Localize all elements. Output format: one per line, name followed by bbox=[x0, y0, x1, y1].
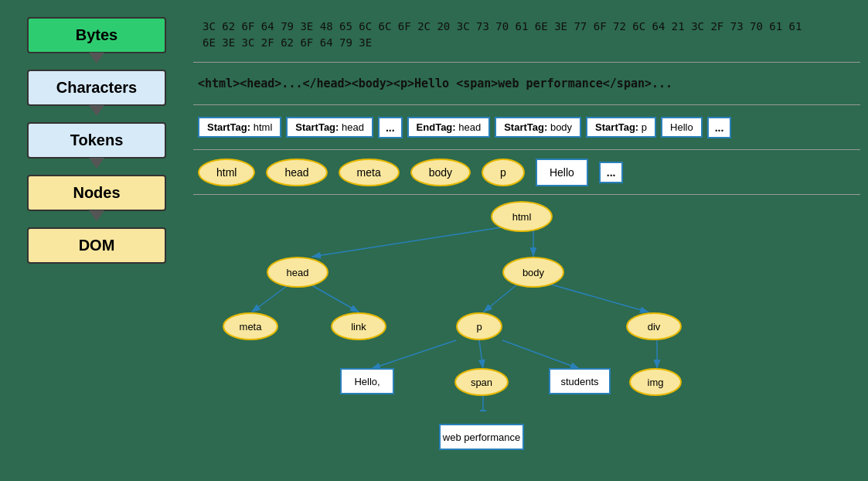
bytes-line1: 3C 62 6F 64 79 3E 48 65 6C 6C 6F 2C 20 3… bbox=[203, 19, 802, 35]
svg-line-7 bbox=[371, 340, 456, 369]
chars-html: <html><head>...</head><body><p>Hello <sp… bbox=[198, 77, 498, 90]
svg-marker-0 bbox=[193, 195, 199, 200]
svg-line-6 bbox=[549, 284, 649, 312]
arrow1 bbox=[89, 56, 104, 67]
tokens-label: Tokens bbox=[70, 131, 124, 148]
tree-students: students bbox=[549, 368, 611, 394]
arrow2 bbox=[89, 108, 104, 119]
tree-span: span bbox=[454, 368, 509, 396]
arrow3 bbox=[89, 161, 104, 172]
svg-line-5 bbox=[483, 284, 518, 312]
token-end-head: EndTag: head bbox=[407, 117, 491, 138]
characters-label: Characters bbox=[56, 79, 138, 96]
tree-html: html bbox=[491, 201, 553, 232]
svg-line-9 bbox=[502, 340, 580, 369]
svg-line-8 bbox=[479, 340, 483, 369]
nodes-section: html head meta body p Hello ... bbox=[193, 150, 860, 195]
node-meta: meta bbox=[339, 159, 400, 186]
pipeline-nodes: Nodes bbox=[27, 175, 166, 211]
tree-hello-comma: Hello, bbox=[340, 368, 394, 394]
pipeline-characters: Characters bbox=[27, 70, 166, 106]
chars-webperf: web performance bbox=[498, 77, 602, 90]
chars-text: <html><head>...</head><body><p>Hello <sp… bbox=[198, 77, 672, 90]
tree-head: head bbox=[267, 257, 328, 288]
tree-meta: meta bbox=[223, 312, 278, 340]
svg-line-1 bbox=[311, 224, 522, 257]
tokens-row: StartTag: html StartTag: head ... EndTag… bbox=[198, 117, 731, 138]
node-p: p bbox=[482, 159, 525, 186]
pipeline-tokens: Tokens bbox=[27, 122, 166, 159]
token-start-p: StartTag: p bbox=[586, 117, 656, 138]
token-ellipsis2: ... bbox=[707, 117, 732, 138]
tree-p: p bbox=[456, 312, 502, 340]
token-start-html: StartTag: html bbox=[198, 117, 281, 138]
pipeline-bytes: Bytes bbox=[27, 17, 166, 53]
bytes-line2: 6E 3E 3C 2F 62 6F 64 79 3E bbox=[203, 35, 802, 51]
node-body: body bbox=[410, 159, 471, 186]
tree-web-performance: web performance bbox=[439, 424, 524, 450]
tree-body: body bbox=[502, 257, 564, 288]
tree-link: link bbox=[331, 312, 386, 340]
bytes-text: 3C 62 6F 64 79 3E 48 65 6C 6C 6F 2C 20 3… bbox=[198, 14, 806, 56]
tokens-section: StartTag: html StartTag: head ... EndTag… bbox=[193, 105, 860, 150]
node-html: html bbox=[198, 159, 255, 186]
node-ellipsis: ... bbox=[599, 162, 624, 183]
token-start-body: StartTag: body bbox=[495, 117, 581, 138]
tree-div: div bbox=[626, 312, 682, 340]
pipeline: Bytes Characters Tokens Nodes bbox=[8, 8, 186, 473]
characters-section: <html><head>...</head><body><p>Hello <sp… bbox=[193, 63, 860, 105]
dom-tree: html head body meta link bbox=[193, 195, 860, 411]
node-hello-text: Hello bbox=[536, 159, 588, 186]
node-head: head bbox=[266, 159, 327, 186]
chars-end: </span>... bbox=[603, 77, 672, 90]
dom-label: DOM bbox=[79, 237, 115, 254]
bytes-section: 3C 62 6F 64 79 3E 48 65 6C 6C 6F 2C 20 3… bbox=[193, 8, 860, 63]
token-hello: Hello bbox=[661, 117, 703, 138]
dom-section: html head body meta link bbox=[193, 195, 860, 473]
content-area: 3C 62 6F 64 79 3E 48 65 6C 6C 6F 2C 20 3… bbox=[193, 8, 860, 473]
bytes-label: Bytes bbox=[76, 26, 117, 43]
pipeline-dom: DOM bbox=[27, 227, 166, 264]
svg-line-3 bbox=[251, 284, 290, 312]
arrow4 bbox=[89, 213, 104, 224]
nodes-row: html head meta body p Hello ... bbox=[198, 159, 623, 186]
token-start-head: StartTag: head bbox=[286, 117, 373, 138]
svg-line-4 bbox=[309, 284, 359, 312]
nodes-label: Nodes bbox=[73, 184, 120, 201]
tree-img: img bbox=[629, 368, 682, 396]
token-ellipsis1: ... bbox=[378, 117, 403, 138]
